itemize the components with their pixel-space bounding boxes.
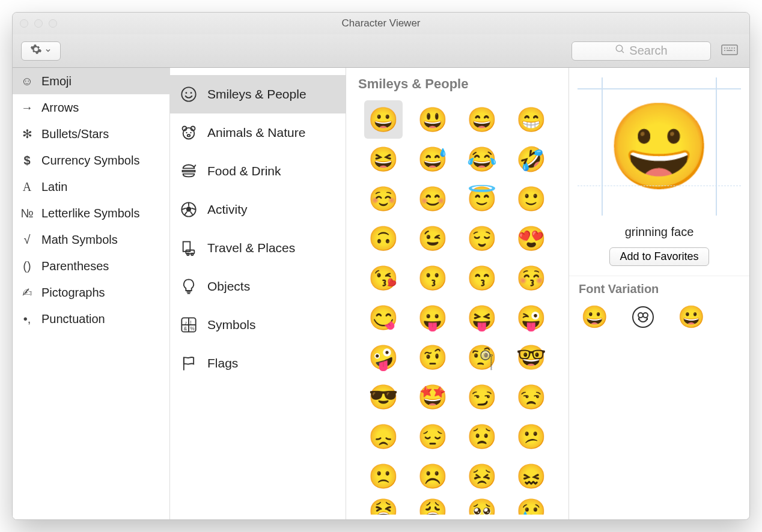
emoji-cell[interactable]: 😂 bbox=[463, 140, 501, 178]
emoji-cell[interactable]: 😀 bbox=[364, 100, 403, 139]
category-math-symbols[interactable]: √ Math Symbols bbox=[13, 226, 169, 253]
emoji-cell[interactable]: 🤓 bbox=[512, 338, 550, 376]
subcategory-travel-places[interactable]: Travel & Places bbox=[170, 229, 346, 267]
emoji-cell[interactable]: 🥺 bbox=[463, 497, 501, 515]
gear-icon bbox=[30, 43, 42, 58]
emoji-cell[interactable]: ☹️ bbox=[413, 457, 452, 495]
emoji-cell[interactable]: 😖 bbox=[512, 457, 550, 495]
emoji-cell[interactable]: ☺️ bbox=[364, 180, 403, 218]
svg-text:%: % bbox=[190, 326, 194, 331]
emoji-cell[interactable]: 😟 bbox=[463, 417, 501, 456]
building-car-icon bbox=[180, 239, 198, 257]
flag-icon bbox=[180, 354, 198, 372]
emoji-cell[interactable]: 😫 bbox=[364, 497, 403, 515]
emoji-cell[interactable]: 🤪 bbox=[364, 338, 403, 376]
emoji-cell[interactable]: 🤩 bbox=[413, 378, 452, 416]
subcategory-objects[interactable]: Objects bbox=[170, 267, 346, 306]
category-label: Parentheses bbox=[41, 259, 109, 273]
emoji-cell[interactable]: 😣 bbox=[463, 457, 501, 495]
font-variation-option[interactable]: 😀 bbox=[581, 304, 608, 330]
search-placeholder: Search bbox=[629, 44, 667, 58]
action-menu-button[interactable] bbox=[21, 41, 61, 61]
emoji-cell[interactable]: 😙 bbox=[463, 259, 501, 297]
subcategory-symbols[interactable]: ♪!&% Symbols bbox=[170, 306, 346, 344]
emoji-cell[interactable]: 😜 bbox=[512, 298, 550, 337]
svg-line-25 bbox=[184, 212, 187, 216]
emoji-cell[interactable]: 😔 bbox=[413, 417, 452, 456]
emoji-cell[interactable]: 🙁 bbox=[364, 457, 403, 495]
emoji-cell[interactable]: 😊 bbox=[413, 180, 452, 218]
emoji-cell[interactable]: 😍 bbox=[512, 219, 550, 258]
emoji-cell[interactable]: 😘 bbox=[364, 259, 403, 297]
font-variation-option[interactable]: 😀 bbox=[678, 304, 705, 330]
subcategory-flags[interactable]: Flags bbox=[170, 344, 346, 382]
subcategory-activity[interactable]: Activity bbox=[170, 190, 346, 229]
subcategory-food-drink[interactable]: Food & Drink bbox=[170, 152, 346, 190]
emoji-grid[interactable]: 😀😃😄😁😆😅😂🤣☺️😊😇🙂🙃😉😌😍😘😗😙😚😋😛😝😜🤪🤨🧐🤓😎🤩😏😒😞😔😟😕🙁☹️… bbox=[346, 98, 568, 519]
smiley-outline-icon bbox=[180, 85, 198, 103]
category-label: Punctuation bbox=[41, 312, 105, 326]
emoji-cell[interactable]: 😅 bbox=[413, 140, 452, 178]
svg-line-26 bbox=[190, 212, 193, 216]
emoji-cell[interactable]: 😏 bbox=[463, 378, 501, 416]
parentheses-icon: () bbox=[20, 259, 34, 273]
asterisk-icon: ✻ bbox=[20, 127, 34, 141]
search-input[interactable]: Search bbox=[572, 41, 711, 61]
category-arrows[interactable]: → Arrows bbox=[13, 94, 169, 121]
character-grid-panel: Smileys & People 😀😃😄😁😆😅😂🤣☺️😊😇🙂🙃😉😌😍😘😗😙😚😋😛… bbox=[346, 68, 569, 519]
writing-hand-icon: ✍︎ bbox=[20, 285, 34, 300]
window-title: Character Viewer bbox=[13, 17, 749, 29]
emoji-cell[interactable]: 😉 bbox=[413, 219, 452, 258]
emoji-cell[interactable]: 😃 bbox=[413, 100, 452, 139]
toolbar: Search bbox=[13, 34, 749, 68]
emoji-cell[interactable]: 😞 bbox=[364, 417, 403, 456]
subcategory-smileys-people[interactable]: Smileys & People bbox=[170, 75, 346, 113]
subcategory-animals-nature[interactable]: Animals & Nature bbox=[170, 113, 346, 152]
latin-a-icon: A bbox=[20, 180, 34, 194]
svg-text:&: & bbox=[184, 326, 187, 331]
category-latin[interactable]: A Latin bbox=[13, 174, 169, 200]
emoji-cell[interactable]: 🤣 bbox=[512, 140, 550, 178]
emoji-cell[interactable]: 🤨 bbox=[413, 338, 452, 376]
emoji-cell[interactable]: 😩 bbox=[413, 497, 452, 515]
category-pictographs[interactable]: ✍︎ Pictographs bbox=[13, 279, 169, 306]
category-letterlike-symbols[interactable]: № Letterlike Symbols bbox=[13, 200, 169, 226]
toggle-compact-view-button[interactable] bbox=[718, 41, 741, 61]
chevron-down-icon bbox=[44, 44, 52, 57]
category-sidebar: ☺ Emoji → Arrows ✻ Bullets/Stars $ Curre… bbox=[13, 68, 170, 519]
category-parentheses[interactable]: () Parentheses bbox=[13, 253, 169, 279]
emoji-cell[interactable]: 😛 bbox=[413, 298, 452, 337]
category-label: Latin bbox=[41, 180, 67, 194]
emoji-cell[interactable]: 😋 bbox=[364, 298, 403, 337]
emoji-cell[interactable]: 😗 bbox=[413, 259, 452, 297]
emoji-cell[interactable]: 🧐 bbox=[463, 338, 501, 376]
emoji-cell[interactable]: 😄 bbox=[463, 100, 501, 139]
category-emoji[interactable]: ☺ Emoji bbox=[13, 68, 169, 94]
add-to-favorites-button[interactable]: Add to Favorites bbox=[609, 247, 709, 266]
category-punctuation[interactable]: •, Punctuation bbox=[13, 306, 169, 332]
emoji-cell[interactable]: 😌 bbox=[463, 219, 501, 258]
subcategory-sidebar: Smileys & People Animals & Nature Food &… bbox=[170, 68, 346, 519]
font-variation-option[interactable] bbox=[632, 306, 654, 328]
emoji-cell[interactable]: 😇 bbox=[463, 180, 501, 218]
emoji-cell[interactable]: 😝 bbox=[463, 298, 501, 337]
emoji-cell[interactable]: 😕 bbox=[512, 417, 550, 456]
emoji-cell[interactable]: 😁 bbox=[512, 100, 550, 139]
subcategory-label: Animals & Nature bbox=[207, 125, 305, 140]
svg-line-1 bbox=[622, 50, 624, 53]
emoji-cell[interactable]: 😚 bbox=[512, 259, 550, 297]
arrow-icon: → bbox=[20, 101, 34, 115]
category-bullets-stars[interactable]: ✻ Bullets/Stars bbox=[13, 121, 169, 147]
emoji-cell[interactable]: 🙂 bbox=[512, 180, 550, 218]
svg-rect-2 bbox=[722, 45, 737, 55]
emoji-cell[interactable]: 😒 bbox=[512, 378, 550, 416]
emoji-cell[interactable]: 😎 bbox=[364, 378, 403, 416]
emoji-cell[interactable]: 😆 bbox=[364, 140, 403, 178]
emoji-cell[interactable]: 🙃 bbox=[364, 219, 403, 258]
lightbulb-icon bbox=[180, 277, 198, 295]
svg-point-11 bbox=[181, 87, 195, 101]
svg-point-18 bbox=[190, 132, 191, 133]
category-currency-symbols[interactable]: $ Currency Symbols bbox=[13, 147, 169, 174]
emoji-cell[interactable]: 😢 bbox=[512, 497, 550, 515]
svg-point-16 bbox=[183, 128, 195, 139]
